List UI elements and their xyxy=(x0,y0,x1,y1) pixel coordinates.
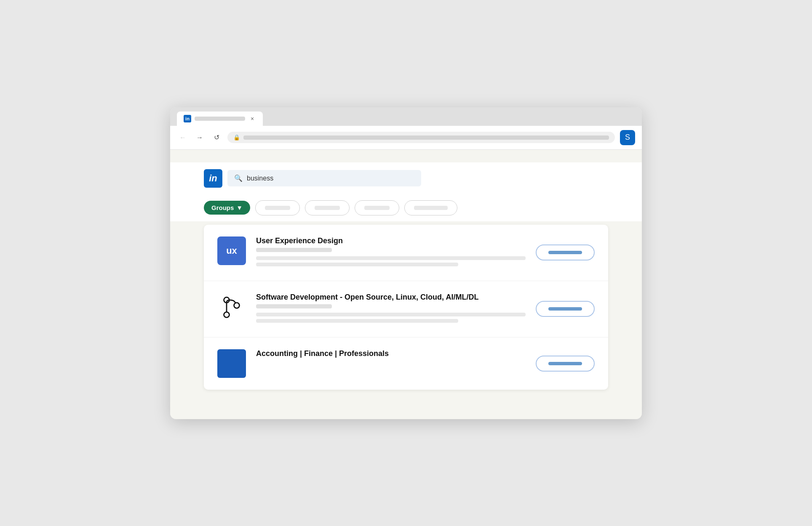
tab-title-placeholder xyxy=(195,117,245,121)
filter-button-5[interactable] xyxy=(404,200,457,215)
result-subtitle-ux xyxy=(256,248,332,252)
result-line-1-ux xyxy=(256,256,526,260)
address-input[interactable]: 🔒 xyxy=(227,132,615,143)
result-item-ux: ux User Experience Design xyxy=(204,225,608,281)
result-body-ux: User Experience Design xyxy=(256,236,526,269)
ext-icon: S xyxy=(625,133,630,142)
result-line-2-software xyxy=(256,319,458,323)
browser-window: in × ← → ↺ 🔒 S in 🔍 business xyxy=(170,107,642,419)
search-query: business xyxy=(247,175,273,182)
search-icon: 🔍 xyxy=(234,174,243,182)
result-body-accounting: Accounting | Finance | Professionals xyxy=(256,349,526,361)
result-item-accounting: Accounting | Finance | Professionals xyxy=(204,337,608,390)
filter-button-2[interactable] xyxy=(255,200,300,215)
search-bar[interactable]: 🔍 business xyxy=(227,170,421,186)
result-body-software: Software Development - Open Source, Linu… xyxy=(256,293,526,325)
filter-button-4[interactable] xyxy=(355,200,399,215)
result-action-accounting xyxy=(536,356,595,372)
page-content: in 🔍 business Groups ▼ xyxy=(170,150,642,419)
tab-bar: in × xyxy=(170,107,642,126)
tab-close-button[interactable]: × xyxy=(248,115,256,122)
result-action-software xyxy=(536,301,595,317)
groups-filter-button[interactable]: Groups ▼ xyxy=(204,201,250,215)
result-action-ux xyxy=(536,244,595,260)
join-button-ux[interactable] xyxy=(536,244,595,260)
join-button-software[interactable] xyxy=(536,301,595,317)
linkedin-header: in 🔍 business xyxy=(170,162,642,194)
filter-button-3[interactable] xyxy=(305,200,350,215)
result-subtitle-software xyxy=(256,304,332,308)
result-title-ux[interactable]: User Experience Design xyxy=(256,236,526,245)
svg-point-1 xyxy=(224,312,230,317)
address-bar: ← → ↺ 🔒 S xyxy=(170,126,642,150)
accounting-logo xyxy=(217,349,246,378)
result-title-accounting[interactable]: Accounting | Finance | Professionals xyxy=(256,349,526,358)
result-line-1-software xyxy=(256,313,526,316)
browser-tab[interactable]: in × xyxy=(177,112,263,126)
lock-icon: 🔒 xyxy=(233,134,240,141)
join-button-accounting[interactable] xyxy=(536,356,595,372)
url-placeholder xyxy=(243,135,609,140)
result-title-software[interactable]: Software Development - Open Source, Linu… xyxy=(256,293,526,302)
extension-button[interactable]: S xyxy=(620,130,635,145)
back-button[interactable]: ← xyxy=(177,132,189,143)
result-line-2-ux xyxy=(256,263,458,266)
tab-favicon: in xyxy=(184,115,191,122)
results-container: ux User Experience Design xyxy=(204,225,608,390)
ux-logo: ux xyxy=(217,236,246,265)
svg-point-2 xyxy=(234,303,240,308)
git-logo xyxy=(217,293,246,321)
filter-bar: Groups ▼ xyxy=(170,194,642,221)
result-item-software: Software Development - Open Source, Linu… xyxy=(204,281,608,337)
forward-button[interactable]: → xyxy=(194,132,206,143)
reload-button[interactable]: ↺ xyxy=(211,132,222,143)
linkedin-logo: in xyxy=(204,169,222,188)
